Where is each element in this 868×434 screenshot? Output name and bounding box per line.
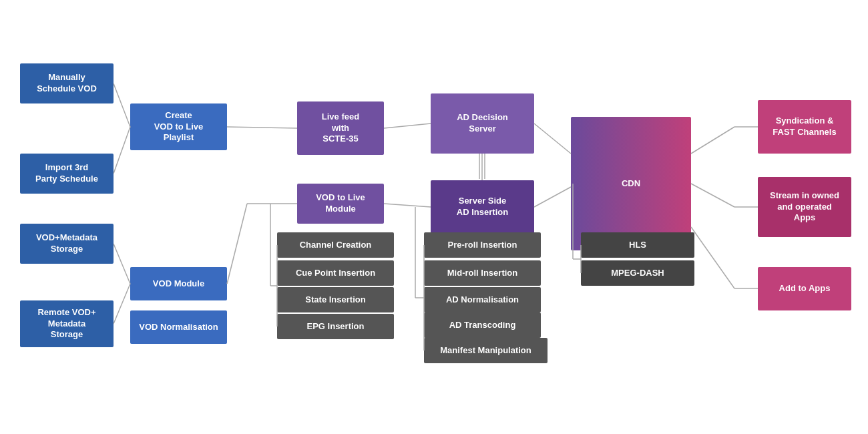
syndication-fast-box: Syndication & FAST Channels (758, 100, 851, 154)
server-side-ad-label: Server Side AD Insertion (457, 196, 508, 218)
stream-owned-operated-label: Stream in owned and operated Apps (770, 190, 839, 224)
live-feed-scte35-box: Live feed with SCTE-35 (297, 101, 384, 155)
state-insertion-label: State Insertion (305, 294, 365, 306)
cue-point-insertion-box: Cue Point Insertion (277, 260, 394, 286)
stream-owned-operated-box: Stream in owned and operated Apps (758, 177, 851, 237)
manifest-manipulation-label: Manifest Manipulation (440, 345, 531, 357)
midroll-insertion-label: Mid-roll Insertion (447, 268, 517, 279)
manually-schedule-vod-box: Manually Schedule VOD (20, 63, 114, 103)
vod-normalisation-box: VOD Normalisation (130, 310, 227, 344)
epg-insertion-label: EPG Insertion (307, 321, 365, 333)
svg-line-1 (114, 127, 130, 174)
svg-line-5 (227, 204, 247, 284)
svg-line-12 (691, 127, 734, 154)
import-3rd-party-label: Import 3rd Party Schedule (35, 162, 98, 185)
ad-transcoding-box: AD Transcoding (424, 312, 541, 338)
create-vod-to-live-box: Create VOD to Live Playlist (130, 103, 227, 150)
add-to-apps-label: Add to Apps (779, 283, 831, 294)
vod-to-live-module-label: VOD to Live Module (316, 192, 365, 215)
server-side-ad-box: Server Side AD Insertion (431, 180, 534, 234)
vod-metadata-storage-label: VOD+Metadata Storage (36, 232, 97, 255)
svg-line-11 (534, 124, 571, 154)
svg-line-7 (384, 124, 431, 128)
remote-vod-metadata-box: Remote VOD+ Metadata Storage (20, 300, 114, 347)
add-to-apps-box: Add to Apps (758, 267, 851, 310)
vod-normalisation-label: VOD Normalisation (139, 322, 218, 333)
vod-to-live-module-box: VOD to Live Module (297, 184, 384, 224)
state-insertion-box: State Insertion (277, 287, 394, 312)
midroll-insertion-box: Mid-roll Insertion (424, 260, 541, 286)
svg-line-0 (114, 83, 130, 127)
create-vod-to-live-label: Create VOD to Live Playlist (154, 110, 204, 144)
diagram: Manually Schedule VODImport 3rd Party Sc… (0, 0, 868, 434)
hls-box: HLS (581, 232, 694, 258)
syndication-fast-label: Syndication & FAST Channels (773, 116, 836, 138)
vod-module-box: VOD Module (130, 267, 227, 300)
ad-normalisation-label: AD Normalisation (446, 294, 519, 306)
svg-line-16 (691, 227, 734, 288)
remote-vod-metadata-label: Remote VOD+ Metadata Storage (37, 307, 95, 341)
svg-line-10 (534, 187, 571, 207)
hls-label: HLS (629, 240, 646, 251)
vod-module-label: VOD Module (153, 278, 204, 290)
svg-line-8 (384, 204, 431, 207)
svg-line-3 (114, 284, 130, 324)
svg-line-2 (114, 244, 130, 284)
svg-line-4 (227, 127, 297, 128)
import-3rd-party-box: Import 3rd Party Schedule (20, 154, 114, 194)
epg-insertion-box: EPG Insertion (277, 314, 394, 339)
live-feed-scte35-label: Live feed with SCTE-35 (322, 112, 359, 146)
preroll-insertion-label: Pre-roll Insertion (447, 240, 517, 251)
ad-decision-server-box: AD Decision Server (431, 93, 534, 154)
ad-normalisation-box: AD Normalisation (424, 287, 541, 312)
vod-metadata-storage-box: VOD+Metadata Storage (20, 224, 114, 264)
cue-point-insertion-label: Cue Point Insertion (296, 268, 375, 279)
manifest-manipulation-box: Manifest Manipulation (424, 338, 548, 363)
svg-line-14 (691, 184, 734, 207)
mpeg-dash-box: MPEG-DASH (581, 260, 694, 286)
cdn-box: CDN (571, 117, 691, 250)
preroll-insertion-box: Pre-roll Insertion (424, 232, 541, 258)
ad-decision-server-label: AD Decision Server (457, 112, 508, 135)
mpeg-dash-label: MPEG-DASH (611, 268, 664, 279)
ad-transcoding-label: AD Transcoding (449, 320, 516, 331)
cdn-label: CDN (622, 178, 640, 190)
channel-creation-box: Channel Creation (277, 232, 394, 258)
channel-creation-label: Channel Creation (300, 240, 372, 251)
manually-schedule-vod-label: Manually Schedule VOD (37, 72, 97, 95)
